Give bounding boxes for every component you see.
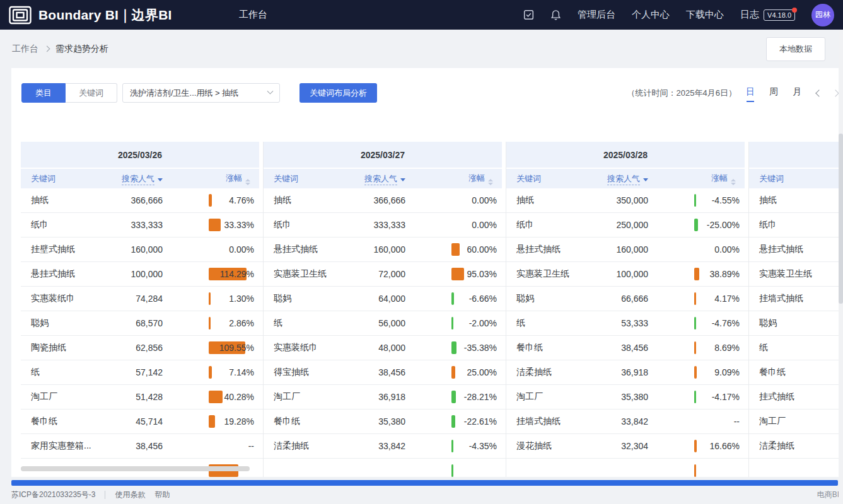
col-header-popularity[interactable]: 搜索人气 (598, 173, 648, 185)
local-data-button[interactable]: 本地数据 (766, 37, 825, 61)
change-value: 8.69% (714, 343, 740, 353)
change-value: 4.17% (714, 294, 740, 304)
keyword-cell: 实惠装卫生纸 (749, 268, 840, 280)
change-cell: 4.76% (163, 195, 263, 205)
change-cell: -22.61% (405, 416, 506, 427)
col-header-popularity[interactable]: 搜索人气 (112, 173, 163, 185)
notification-dot (792, 8, 797, 13)
top-bar: Boundary BI｜边界BI 工作台 管理后台 个人中心 下载中心 日志 V… (0, 0, 843, 30)
change-cell: 8.69% (648, 343, 748, 353)
change-bar (694, 219, 698, 231)
user-avatar[interactable]: 园林 (811, 4, 834, 26)
popularity-cell: 38,456 (112, 441, 163, 451)
change-cell: 7.14% (163, 367, 263, 377)
col-header-change[interactable]: 涨幅 (648, 173, 745, 185)
chevron-right-pager-icon[interactable] (832, 89, 839, 96)
change-cell: -4.35% (405, 441, 506, 451)
popularity-cell: 72,000 (355, 269, 405, 279)
change-cell: -4.76% (648, 318, 748, 328)
change-bar (694, 194, 696, 207)
popularity-cell: 366,666 (355, 195, 405, 205)
popularity-cell: 48,000 (355, 343, 405, 353)
category-select-value: 洗护清洁剂/卫生...用纸 > 抽纸 (130, 88, 238, 99)
breadcrumb-current: 需求趋势分析 (55, 43, 108, 55)
tab-keyword[interactable]: 关键词 (66, 83, 117, 103)
col-header-change[interactable]: 涨幅 (405, 173, 502, 185)
change-value: 1.30% (229, 294, 254, 304)
table-row: 餐巾纸35,380-22.61% (264, 410, 506, 434)
popularity-cell: 366,666 (112, 195, 163, 205)
icp-label: 苏ICP备2021033235号-3 (11, 490, 95, 500)
popularity-cell: 56,000 (355, 318, 405, 328)
granularity-month[interactable]: 月 (793, 86, 801, 100)
table-row: 抽纸366,6664.76% (21, 188, 263, 213)
topnav-logs[interactable]: 日志 (740, 9, 759, 21)
col-header-keyword[interactable]: 关键词 (749, 173, 840, 185)
keyword-cell: 纸巾 (506, 219, 598, 231)
brand-logo-icon[interactable] (9, 6, 32, 25)
popularity-cell: 36,918 (598, 367, 648, 377)
popularity-label: 搜索人气 (364, 174, 397, 185)
trend-table: 2025/03/26关键词搜索人气涨幅抽纸366,6664.76%纸巾333,3… (21, 142, 843, 477)
change-bar (451, 341, 456, 354)
topnav-workbench[interactable]: 工作台 (239, 9, 267, 21)
change-bar (694, 366, 697, 379)
chevron-left-icon[interactable] (815, 89, 822, 96)
topnav-admin[interactable]: 管理后台 (578, 9, 615, 21)
table-row: 挂式抽纸 (749, 385, 843, 410)
change-bar (451, 243, 460, 256)
table-horizontal-scrollbar[interactable] (21, 466, 250, 471)
table-row: 陶瓷抽纸62,856109.55% (21, 336, 263, 360)
change-value: -2.00% (469, 318, 497, 328)
keyword-layout-analysis-button[interactable]: 关键词布局分析 (299, 83, 377, 103)
keyword-cell: 悬挂式抽纸 (21, 268, 112, 280)
footer-help-link[interactable]: 帮助 (154, 490, 170, 500)
popularity-label: 搜索人气 (122, 174, 154, 185)
change-bar (694, 268, 699, 280)
granularity-switch: 日 周 月 (746, 86, 801, 100)
topnav-download-center[interactable]: 下载中心 (686, 9, 724, 21)
keyword-cell: 餐巾纸 (21, 416, 112, 427)
col-header-keyword[interactable]: 关键词 (506, 173, 598, 185)
change-value: 2.86% (229, 318, 254, 328)
table-row: 纸巾333,3330.00% (264, 213, 506, 238)
page-horizontal-scrollbar[interactable] (11, 480, 838, 486)
col-header-keyword[interactable]: 关键词 (264, 173, 355, 185)
col-header-change[interactable]: 涨幅 (163, 173, 259, 185)
sort-desc-icon (643, 178, 648, 181)
granularity-week[interactable]: 周 (769, 86, 778, 100)
keyword-cell: 纸 (21, 367, 112, 378)
col-header-keyword[interactable]: 关键词 (21, 173, 112, 185)
table-row: 悬挂式抽纸160,0000.00% (506, 238, 748, 262)
popularity-cell: 68,570 (112, 318, 163, 328)
col-header-popularity[interactable]: 搜索人气 (355, 173, 405, 185)
table-row: 抽纸350,000-4.55% (506, 188, 748, 213)
change-value: 33.33% (224, 220, 254, 230)
change-cell: -25.00% (648, 220, 748, 230)
table-row: 聪妈 (749, 311, 843, 336)
change-value: 60.00% (467, 244, 497, 255)
keyword-cell: 挂墙式抽纸 (506, 416, 598, 427)
toolbar: 类目 关键词 洗护清洁剂/卫生...用纸 > 抽纸 关键词布局分析 （统计时间：… (11, 68, 843, 103)
change-bar (451, 464, 453, 477)
popularity-cell: 100,000 (112, 269, 163, 279)
granularity-day[interactable]: 日 (746, 86, 755, 100)
vertical-scrollbar-thumb[interactable] (839, 134, 843, 304)
breadcrumb-workbench[interactable]: 工作台 (12, 43, 38, 55)
change-cell: 25.00% (405, 367, 506, 377)
bell-icon[interactable] (550, 9, 561, 21)
sort-desc-icon (400, 178, 405, 181)
tab-category[interactable]: 类目 (21, 83, 66, 103)
change-cell: 2.86% (163, 318, 263, 328)
category-select[interactable]: 洗护清洁剂/卫生...用纸 > 抽纸 (122, 83, 280, 103)
change-value: 40.28% (224, 392, 254, 402)
table-row: 漫花抽纸32,30416.66% (506, 434, 748, 459)
change-cell: -4.55% (648, 195, 748, 205)
keyword-cell: 纸巾 (749, 219, 840, 231)
change-cell: 16.66% (648, 441, 748, 451)
footer-terms-link[interactable]: 使用条款 (115, 490, 145, 500)
change-bar (451, 268, 464, 280)
table-row: 纸56,000-2.00% (264, 311, 506, 336)
topnav-personal-center[interactable]: 个人中心 (632, 9, 670, 21)
task-check-icon[interactable] (523, 9, 534, 20)
